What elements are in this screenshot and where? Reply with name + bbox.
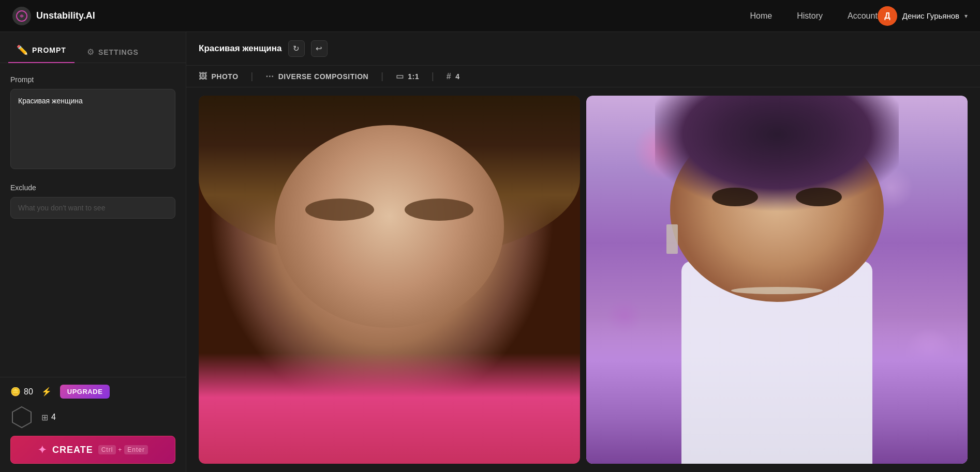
exclude-label: Exclude [10,184,175,192]
sidebar-content: Prompt Красивая женщина Exclude [0,63,186,377]
main-layout: ✏️ PROMPT ⚙ SETTINGS Prompt Красивая жен… [0,32,980,472]
logo-icon [12,7,31,25]
tab-prompt[interactable]: ✏️ PROMPT [8,38,75,63]
exclude-input[interactable] [10,197,175,219]
user-menu[interactable]: Д Денис Гурьянов ▾ [878,6,968,26]
prompt-label: Prompt [10,75,175,84]
count-label: 4 [455,72,459,81]
image-count: ⊞ 4 [41,413,56,422]
lightning-stat: ⚡ [41,387,52,397]
sidebar: ✏️ PROMPT ⚙ SETTINGS Prompt Красивая жен… [0,32,186,472]
content-area: Красивая женщина ↻ ↩ 🖼 PHOTO | ⋯ DIVERSE… [186,32,980,472]
upgrade-button[interactable]: UPGRADE [60,385,110,399]
lightning-icon: ⚡ [41,387,52,397]
tab-settings-label: SETTINGS [98,48,139,56]
exclude-section: Exclude [10,184,175,219]
images-grid [186,87,980,472]
avatar: Д [878,6,897,26]
photo-label: PHOTO [212,72,239,81]
toolbar-composition[interactable]: ⋯ DIVERSE COMPOSITION [265,71,368,81]
back-button[interactable]: ↩ [311,40,328,57]
create-shortcut: Ctrl + Enter [98,445,148,454]
sidebar-bottom: 🪙 80 ⚡ UPGRADE ⊞ 4 ✦ CREATE [0,377,186,472]
create-button[interactable]: ✦ CREATE Ctrl + Enter [10,436,175,464]
brush-icon: ✏️ [17,44,28,56]
nav-account[interactable]: Account [848,11,878,21]
composition-icon: ⋯ [265,71,274,81]
ctrl-key: Ctrl [98,445,116,454]
plus-sign: + [118,446,122,453]
content-title: Красивая женщина [199,43,282,54]
content-toolbar: 🖼 PHOTO | ⋯ DIVERSE COMPOSITION | ▭ 1:1 … [186,66,980,87]
bottom-second-row: ⊞ 4 [10,406,175,429]
composition-label: DIVERSE COMPOSITION [278,72,368,81]
credits-value: 80 [24,387,33,397]
nav-history[interactable]: History [797,11,823,21]
nav-home[interactable]: Home [750,11,773,21]
enter-key: Enter [124,445,148,454]
user-name: Денис Гурьянов [902,11,959,20]
grid-icon: ⊞ [41,413,48,422]
credits-icon: 🪙 [10,387,21,397]
credits-stat: 🪙 80 [10,387,33,397]
toolbar-count[interactable]: # 4 [447,72,460,81]
refresh-button[interactable]: ↻ [288,40,305,57]
hash-icon: # [447,72,451,81]
photo-icon: 🖼 [199,72,207,81]
tab-settings[interactable]: ⚙ SETTINGS [79,41,147,63]
prompt-input[interactable]: Красивая женщина [10,89,175,169]
image-card-2[interactable] [586,96,968,464]
main-nav: Home History Account [750,11,878,21]
svg-marker-1 [12,407,31,428]
chevron-down-icon: ▾ [964,12,968,20]
sparkle-icon: ✦ [38,444,47,456]
separator-2: | [381,71,383,82]
header: Unstability.AI Home History Account Д Де… [0,0,980,32]
sidebar-tabs: ✏️ PROMPT ⚙ SETTINGS [0,32,186,63]
image-card-1[interactable] [199,96,580,464]
separator-1: | [251,71,254,82]
tab-prompt-label: PROMPT [32,46,66,54]
hexagon-icon [10,406,33,429]
ratio-label: 1:1 [408,72,419,81]
create-label: CREATE [52,445,93,455]
logo: Unstability.AI [12,7,750,25]
separator-3: | [432,71,434,82]
count-value: 4 [51,413,56,422]
logo-text: Unstability.AI [36,10,95,21]
ratio-icon: ▭ [396,71,404,81]
bottom-stats: 🪙 80 ⚡ UPGRADE [10,385,175,399]
gear-icon: ⚙ [87,47,94,57]
content-header: Красивая женщина ↻ ↩ [186,32,980,66]
toolbar-photo[interactable]: 🖼 PHOTO [199,72,239,81]
toolbar-ratio[interactable]: ▭ 1:1 [396,71,419,81]
